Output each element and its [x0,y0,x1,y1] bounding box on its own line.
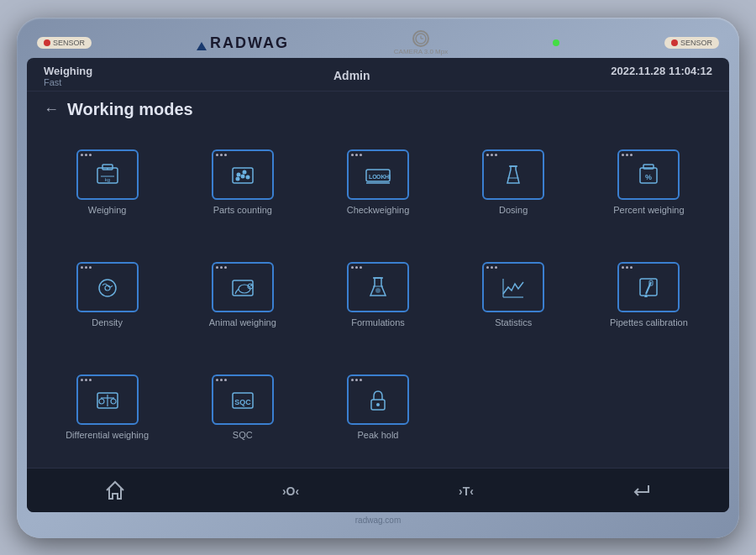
nav-home-button[interactable] [94,475,136,505]
mode-formulations-icon-box [347,262,409,312]
svg-point-43 [111,399,116,404]
mode-statistics-icon-box [482,262,544,312]
svg-text:%: % [645,173,652,181]
device-bottom: radwag.com [27,512,729,528]
svg-point-42 [99,399,104,404]
mode-parts-counting-label: Parts counting [213,205,272,215]
weighing-sub: Fast [44,77,92,87]
mode-pipettes-calibration[interactable]: Pipettes calibration [585,243,712,347]
nav-enter-button[interactable] [621,475,663,505]
svg-text:HI: HI [385,174,391,180]
sensor-right[interactable]: SENSOR [664,37,719,49]
current-user: Admin [333,69,370,82]
mode-percent-weighing-label: Percent weighing [613,205,684,215]
svg-rect-22 [643,165,654,169]
mode-parts-counting[interactable]: Parts counting [179,131,306,235]
formulations-svg-icon [361,270,395,304]
peak-hold-svg-icon [361,383,395,416]
pipettes-calibration-svg-icon [632,270,665,304]
bottom-bar: ›O‹ ›T‹ [27,468,729,512]
mode-animal-weighing[interactable]: Animal weighing [179,243,306,347]
mode-empty-2 [585,355,712,459]
mode-density-icon-box [76,262,139,312]
animal-weighing-svg-icon [226,270,260,304]
mode-peak-hold-label: Peak hold [358,430,399,440]
svg-point-31 [375,288,381,293]
mode-peak-hold-icon-box [347,374,409,425]
svg-point-27 [239,285,250,293]
mode-differential-weighing-label: Differential weighing [66,430,149,440]
mode-dosing[interactable]: Dosing [450,131,577,235]
svg-point-10 [242,170,246,175]
svg-point-12 [235,177,239,181]
radwag-url: radwag.com [355,516,401,525]
mode-differential-weighing-icon-box [76,374,139,425]
brand-name: RADWAG [210,35,289,50]
top-bar: SENSOR RADWAG CAMERA 3.0 Mpx [27,28,729,58]
svg-point-29 [250,285,252,286]
differential-weighing-svg-icon [91,383,124,416]
clock-icon [412,30,429,47]
logo: RADWAG [197,35,289,50]
mode-weighing-label: Weighing [88,205,127,215]
dosing-svg-icon [496,158,530,191]
checkweighing-svg-icon: LO OK HI [361,158,395,191]
status-dot-green [553,39,559,46]
sensor-left[interactable]: SENSOR [37,37,92,49]
svg-point-24 [99,280,116,296]
page-heading: ← Working modes [44,100,712,119]
mode-sqc-icon-box: SQC [212,374,274,425]
svg-text:SQC: SQC [234,398,251,406]
parts-counting-svg-icon [226,158,260,191]
mode-formulations[interactable]: Formulations [314,243,441,347]
mode-dosing-label: Dosing [499,205,528,215]
page-title: Working modes [67,100,193,119]
mode-density[interactable]: Density [44,243,171,347]
center-status: CAMERA 3.0 Mpx [394,30,448,55]
weighing-svg-icon: kg [91,158,124,191]
device-shell: SENSOR RADWAG CAMERA 3.0 Mpx [17,18,739,538]
svg-text:›T‹: ›T‹ [459,484,474,498]
mode-peak-hold[interactable]: Peak hold [314,355,441,459]
back-button[interactable]: ← [44,101,59,118]
nav-zero-button[interactable]: ›O‹ [270,475,312,505]
mode-percent-weighing-icon-box: % [617,149,680,200]
svg-text:kg: kg [104,177,109,182]
sensor-right-label: SENSOR [680,39,712,47]
mode-parts-counting-icon-box [212,149,274,200]
svg-point-49 [376,403,380,406]
mode-density-label: Density [92,317,123,327]
sqc-svg-icon: SQC [226,383,260,416]
svg-point-9 [236,173,240,177]
svg-line-36 [646,282,651,294]
mode-checkweighing[interactable]: LO OK HI Checkweighing [314,131,441,235]
mode-statistics-label: Statistics [495,317,532,327]
statistics-svg-icon [496,270,530,304]
mode-formulations-label: Formulations [351,317,405,327]
mode-sqc[interactable]: SQC SQC [179,355,306,459]
modes-grid: kg Weighing [44,131,712,459]
mode-weighing-icon-box: kg [76,149,139,200]
density-svg-icon [91,270,124,304]
camera-label: CAMERA 3.0 Mpx [394,48,448,55]
mode-animal-weighing-label: Animal weighing [209,317,276,327]
weighing-mode: Weighing [44,65,92,77]
datetime: 2022.11.28 11:04:12 [611,65,712,77]
svg-text:›O‹: ›O‹ [281,484,299,498]
svg-point-11 [245,175,249,180]
mode-statistics[interactable]: Statistics [450,243,577,347]
screen-header: Weighing Fast Admin 2022.11.28 11:04:12 [27,58,729,92]
content-area: ← Working modes kg [27,92,729,468]
mode-percent-weighing[interactable]: % Percent weighing [585,131,712,235]
sensor-left-label: SENSOR [53,39,85,47]
mode-pipettes-calibration-label: Pipettes calibration [610,317,688,327]
mode-dosing-icon-box [482,149,544,200]
mode-differential-weighing[interactable]: Differential weighing [44,355,171,459]
mode-empty-1 [450,355,577,459]
svg-text:OK: OK [376,174,386,180]
percent-weighing-svg-icon: % [632,158,665,191]
mode-weighing[interactable]: kg Weighing [44,131,171,235]
mode-pipettes-calibration-icon-box [617,262,680,312]
mode-checkweighing-label: Checkweighing [347,205,410,215]
nav-tare-button[interactable]: ›T‹ [445,475,487,505]
